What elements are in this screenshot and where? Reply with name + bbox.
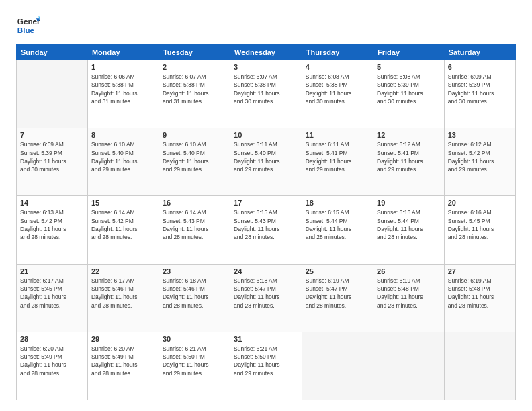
- calendar-cell: 24Sunrise: 6:18 AMSunset: 5:47 PMDayligh…: [230, 264, 302, 332]
- day-number: 29: [91, 335, 155, 343]
- day-number: 3: [234, 63, 298, 71]
- day-number: 4: [306, 63, 369, 71]
- calendar-cell: 7Sunrise: 6:09 AMSunset: 5:39 PMDaylight…: [17, 128, 88, 196]
- day-info: Sunrise: 6:12 AMSunset: 5:42 PMDaylight:…: [448, 140, 512, 173]
- calendar-cell: 31Sunrise: 6:21 AMSunset: 5:50 PMDayligh…: [230, 332, 302, 400]
- calendar-cell: 29Sunrise: 6:20 AMSunset: 5:49 PMDayligh…: [87, 332, 159, 400]
- calendar-cell: 10Sunrise: 6:11 AMSunset: 5:40 PMDayligh…: [230, 128, 302, 196]
- day-info: Sunrise: 6:20 AMSunset: 5:49 PMDaylight:…: [91, 345, 155, 377]
- logo: General Blue: [16, 13, 40, 38]
- day-number: 13: [448, 131, 512, 139]
- calendar-cell: 2Sunrise: 6:07 AMSunset: 5:38 PMDaylight…: [159, 60, 230, 128]
- day-info: Sunrise: 6:20 AMSunset: 5:49 PMDaylight:…: [20, 345, 84, 377]
- calendar-cell: [444, 332, 515, 400]
- col-header-sunday: Sunday: [17, 45, 88, 60]
- calendar-cell: 5Sunrise: 6:08 AMSunset: 5:39 PMDaylight…: [373, 60, 445, 128]
- calendar-table: SundayMondayTuesdayWednesdayThursdayFrid…: [16, 44, 516, 400]
- col-header-wednesday: Wednesday: [230, 45, 302, 60]
- day-info: Sunrise: 6:16 AMSunset: 5:45 PMDaylight:…: [448, 208, 512, 241]
- day-number: 17: [234, 199, 298, 207]
- day-number: 16: [163, 199, 226, 207]
- day-info: Sunrise: 6:08 AMSunset: 5:39 PMDaylight:…: [377, 73, 441, 105]
- calendar-cell: 3Sunrise: 6:07 AMSunset: 5:38 PMDaylight…: [230, 60, 302, 128]
- day-info: Sunrise: 6:19 AMSunset: 5:48 PMDaylight:…: [448, 277, 512, 310]
- day-number: 25: [306, 267, 369, 275]
- col-header-saturday: Saturday: [444, 45, 515, 60]
- calendar-cell: 4Sunrise: 6:08 AMSunset: 5:38 PMDaylight…: [302, 60, 373, 128]
- calendar-cell: 12Sunrise: 6:12 AMSunset: 5:41 PMDayligh…: [373, 128, 445, 196]
- calendar-cell: 9Sunrise: 6:10 AMSunset: 5:40 PMDaylight…: [159, 128, 230, 196]
- calendar-cell: 8Sunrise: 6:10 AMSunset: 5:40 PMDaylight…: [87, 128, 159, 196]
- day-info: Sunrise: 6:15 AMSunset: 5:44 PMDaylight:…: [306, 208, 369, 241]
- day-info: Sunrise: 6:09 AMSunset: 5:39 PMDaylight:…: [448, 73, 512, 105]
- col-header-monday: Monday: [87, 45, 159, 60]
- day-number: 27: [448, 267, 512, 275]
- day-number: 18: [306, 199, 369, 207]
- calendar-cell: 16Sunrise: 6:14 AMSunset: 5:43 PMDayligh…: [159, 196, 230, 264]
- logo-icon: General Blue: [16, 13, 40, 38]
- calendar-cell: 18Sunrise: 6:15 AMSunset: 5:44 PMDayligh…: [302, 196, 373, 264]
- day-info: Sunrise: 6:18 AMSunset: 5:46 PMDaylight:…: [163, 277, 226, 310]
- day-number: 21: [20, 267, 84, 275]
- day-info: Sunrise: 6:07 AMSunset: 5:38 PMDaylight:…: [234, 73, 298, 105]
- day-info: Sunrise: 6:18 AMSunset: 5:47 PMDaylight:…: [234, 277, 298, 310]
- calendar-cell: 6Sunrise: 6:09 AMSunset: 5:39 PMDaylight…: [444, 60, 515, 128]
- day-info: Sunrise: 6:17 AMSunset: 5:46 PMDaylight:…: [91, 277, 155, 310]
- day-number: 10: [234, 131, 298, 139]
- day-info: Sunrise: 6:19 AMSunset: 5:48 PMDaylight:…: [377, 277, 441, 310]
- day-number: 1: [91, 63, 155, 71]
- svg-text:Blue: Blue: [17, 26, 35, 34]
- day-number: 31: [234, 335, 298, 343]
- calendar-cell: 11Sunrise: 6:11 AMSunset: 5:41 PMDayligh…: [302, 128, 373, 196]
- day-info: Sunrise: 6:14 AMSunset: 5:43 PMDaylight:…: [163, 208, 226, 241]
- day-info: Sunrise: 6:17 AMSunset: 5:45 PMDaylight:…: [20, 277, 84, 310]
- calendar-cell: 20Sunrise: 6:16 AMSunset: 5:45 PMDayligh…: [444, 196, 515, 264]
- calendar-cell: 19Sunrise: 6:16 AMSunset: 5:44 PMDayligh…: [373, 196, 445, 264]
- day-info: Sunrise: 6:12 AMSunset: 5:41 PMDaylight:…: [377, 140, 441, 173]
- calendar-cell: 17Sunrise: 6:15 AMSunset: 5:43 PMDayligh…: [230, 196, 302, 264]
- day-number: 2: [163, 63, 226, 71]
- day-info: Sunrise: 6:21 AMSunset: 5:50 PMDaylight:…: [163, 345, 226, 377]
- calendar-cell: [373, 332, 445, 400]
- day-number: 30: [163, 335, 226, 343]
- day-number: 22: [91, 267, 155, 275]
- col-header-friday: Friday: [373, 45, 445, 60]
- calendar-cell: 13Sunrise: 6:12 AMSunset: 5:42 PMDayligh…: [444, 128, 515, 196]
- day-info: Sunrise: 6:11 AMSunset: 5:41 PMDaylight:…: [306, 140, 369, 173]
- day-number: 20: [448, 199, 512, 207]
- calendar-cell: 22Sunrise: 6:17 AMSunset: 5:46 PMDayligh…: [87, 264, 159, 332]
- col-header-tuesday: Tuesday: [159, 45, 230, 60]
- day-number: 19: [377, 199, 441, 207]
- day-number: 24: [234, 267, 298, 275]
- day-info: Sunrise: 6:19 AMSunset: 5:47 PMDaylight:…: [306, 277, 369, 310]
- day-info: Sunrise: 6:07 AMSunset: 5:38 PMDaylight:…: [163, 73, 226, 105]
- calendar-cell: 26Sunrise: 6:19 AMSunset: 5:48 PMDayligh…: [373, 264, 445, 332]
- calendar-cell: [17, 60, 88, 128]
- day-number: 9: [163, 131, 226, 139]
- day-info: Sunrise: 6:13 AMSunset: 5:42 PMDaylight:…: [20, 208, 84, 241]
- day-number: 7: [20, 131, 84, 139]
- day-number: 6: [448, 63, 512, 71]
- calendar-cell: 15Sunrise: 6:14 AMSunset: 5:42 PMDayligh…: [87, 196, 159, 264]
- calendar-cell: 25Sunrise: 6:19 AMSunset: 5:47 PMDayligh…: [302, 264, 373, 332]
- day-number: 11: [306, 131, 369, 139]
- day-info: Sunrise: 6:09 AMSunset: 5:39 PMDaylight:…: [20, 140, 84, 173]
- day-info: Sunrise: 6:10 AMSunset: 5:40 PMDaylight:…: [91, 140, 155, 173]
- day-info: Sunrise: 6:08 AMSunset: 5:38 PMDaylight:…: [306, 73, 369, 105]
- day-number: 12: [377, 131, 441, 139]
- calendar-cell: 27Sunrise: 6:19 AMSunset: 5:48 PMDayligh…: [444, 264, 515, 332]
- day-number: 23: [163, 267, 226, 275]
- calendar-cell: 30Sunrise: 6:21 AMSunset: 5:50 PMDayligh…: [159, 332, 230, 400]
- svg-text:General: General: [17, 17, 40, 26]
- day-number: 14: [20, 199, 84, 207]
- day-info: Sunrise: 6:14 AMSunset: 5:42 PMDaylight:…: [91, 208, 155, 241]
- day-number: 5: [377, 63, 441, 71]
- day-number: 8: [91, 131, 155, 139]
- calendar-cell: [302, 332, 373, 400]
- day-number: 28: [20, 335, 84, 343]
- day-info: Sunrise: 6:15 AMSunset: 5:43 PMDaylight:…: [234, 208, 298, 241]
- calendar-cell: 28Sunrise: 6:20 AMSunset: 5:49 PMDayligh…: [17, 332, 88, 400]
- day-info: Sunrise: 6:11 AMSunset: 5:40 PMDaylight:…: [234, 140, 298, 173]
- day-number: 15: [91, 199, 155, 207]
- day-info: Sunrise: 6:06 AMSunset: 5:38 PMDaylight:…: [91, 73, 155, 105]
